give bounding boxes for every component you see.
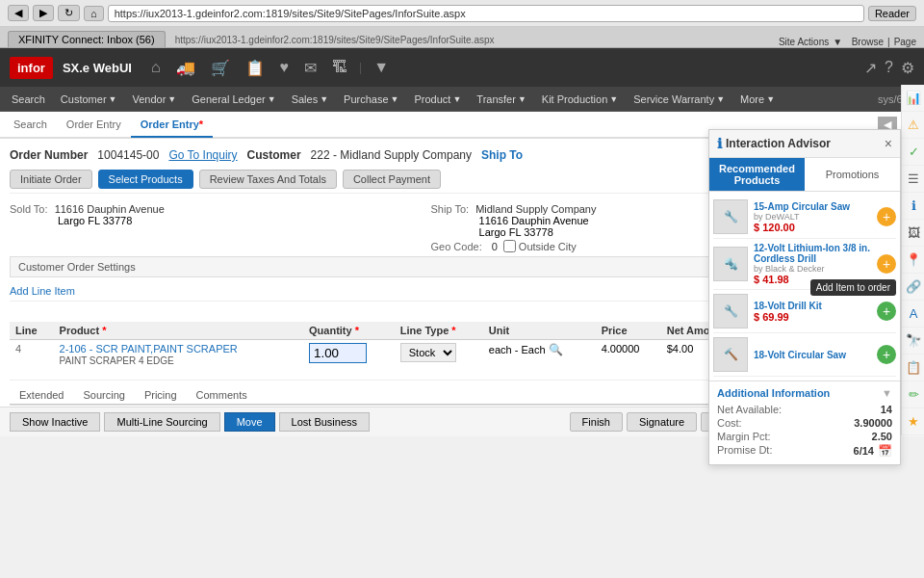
collect-payment-btn[interactable]: Collect Payment — [343, 170, 441, 189]
reader-btn[interactable]: Reader — [868, 6, 916, 21]
quantity-input[interactable] — [309, 343, 367, 363]
nav-sales[interactable]: Sales▼ — [284, 87, 336, 111]
sec-nav-order-entry-2[interactable]: Order Entry * — [131, 113, 213, 138]
nav-kit-production[interactable]: Kit Production▼ — [534, 87, 626, 111]
unit-search-btn[interactable]: 🔍 — [549, 343, 563, 356]
side-edit-icon[interactable]: ✏ — [902, 381, 924, 408]
product-name-3[interactable]: 18-Volt Drill Kit — [754, 301, 871, 311]
side-chart-icon[interactable]: 📊 — [902, 85, 924, 112]
app-title: SX.e WebUI — [63, 61, 132, 75]
ship-to-state: FL — [509, 226, 521, 238]
clipboard-icon[interactable]: 📋 — [242, 55, 269, 81]
share-icon[interactable]: ↗ — [864, 59, 877, 77]
side-list-icon[interactable]: ☰ — [902, 166, 924, 193]
product-img-4: 🔨 — [713, 337, 748, 372]
customer-label: Customer — [247, 148, 301, 162]
home-icon[interactable]: ⌂ — [147, 55, 165, 80]
side-info-icon[interactable]: ℹ — [902, 193, 924, 220]
advisor-expand-btn[interactable]: ▼ — [882, 387, 892, 399]
advisor-close-btn[interactable]: × — [885, 136, 892, 151]
row-product: 2-106 - SCR PAINT,PAINT SCRAPER PAINT SC… — [54, 340, 303, 381]
calendar-icon[interactable]: 📅 — [878, 444, 892, 458]
advisor-title: ℹ Interaction Advisor — [717, 136, 831, 151]
multi-line-btn[interactable]: Multi-Line Sourcing — [104, 412, 219, 432]
side-star-icon[interactable]: ★ — [902, 408, 924, 435]
mail-icon[interactable]: ✉ — [300, 55, 321, 81]
side-doc-icon[interactable]: A — [902, 301, 924, 328]
advisor-tab-recommended[interactable]: Recommended Products — [709, 158, 805, 191]
side-binoculars-icon[interactable]: 🔭 — [902, 328, 924, 355]
product-img-3: 🔧 — [713, 294, 748, 328]
order-number-value: 1004145-00 — [97, 148, 159, 162]
tab-comments[interactable]: Comments — [187, 386, 257, 404]
sold-to-address1: 11616 Dauphin Avenue — [55, 203, 165, 215]
col-line-type: Line Type * — [395, 322, 483, 340]
product-brand-2: by Black & Decker — [754, 264, 871, 274]
side-location-icon[interactable]: 📍 — [902, 247, 924, 274]
delivery-icon[interactable]: 🏗 — [328, 55, 351, 80]
product-img-1: 🔧 — [713, 199, 748, 234]
product-code[interactable]: 2-106 - SCR PAINT,PAINT SCRAPER — [60, 343, 238, 355]
address-bar-secondary[interactable]: https://iux2013-1.gdeinfor2.com:1819/sit… — [167, 35, 777, 47]
ship-to-label[interactable]: Ship To — [481, 148, 523, 162]
home-btn[interactable]: ⌂ — [84, 6, 104, 21]
url-bar[interactable]: https://iux2013-1.gdeinfor2.com:1819/sit… — [108, 5, 864, 22]
line-type-select[interactable]: Stock — [400, 343, 456, 362]
tab-extended[interactable]: Extended — [10, 386, 73, 404]
product-desc: PAINT SCRAPER 4 EDGE — [60, 355, 174, 366]
side-warning-icon[interactable]: ⚠ — [902, 112, 924, 139]
signature-btn[interactable]: Signature — [627, 412, 697, 432]
product-add-btn-2[interactable]: + — [877, 254, 896, 274]
initiate-order-btn[interactable]: Initiate Order — [10, 170, 92, 189]
nav-transfer[interactable]: Transfer▼ — [469, 87, 533, 111]
nav-more[interactable]: More▼ — [732, 87, 783, 111]
cart-icon[interactable]: 🛒 — [207, 55, 234, 81]
sec-nav-order-entry-1[interactable]: Order Entry — [57, 113, 131, 138]
sold-to-city: Largo — [58, 215, 85, 226]
side-link-icon[interactable]: 🔗 — [902, 274, 924, 301]
advisor-tabs: Recommended Products Promotions — [709, 158, 900, 192]
forward-btn[interactable]: ▶ — [33, 5, 54, 21]
go-to-inquiry-link[interactable]: Go To Inquiry — [168, 148, 237, 162]
side-check-icon[interactable]: ✓ — [902, 139, 924, 166]
product-add-btn-1[interactable]: + — [877, 207, 896, 226]
nav-general-ledger[interactable]: General Ledger▼ — [184, 87, 283, 111]
tab-pricing[interactable]: Pricing — [135, 386, 187, 404]
refresh-btn[interactable]: ↻ — [58, 5, 80, 21]
truck-icon[interactable]: 🚚 — [172, 55, 199, 81]
review-taxes-btn[interactable]: Review Taxes And Totals — [199, 170, 337, 189]
heart-icon[interactable]: ♥ — [276, 55, 294, 80]
help-icon[interactable]: ? — [885, 59, 893, 76]
product-brand-1: by DeWALT — [754, 212, 871, 222]
advisor-additional: Additional Information ▼ Net Available: … — [709, 381, 900, 464]
nav-product[interactable]: Product▼ — [407, 87, 470, 111]
advisor-margin-pct: Margin Pct: 2.50 — [717, 430, 892, 443]
product-add-btn-3[interactable]: + — [877, 302, 896, 321]
finish-btn[interactable]: Finish — [570, 412, 623, 432]
tab-xfinity[interactable]: XFINITY Connect: Inbox (56) — [8, 31, 166, 47]
settings-icon[interactable]: ⚙ — [901, 59, 914, 77]
tab-sourcing[interactable]: Sourcing — [73, 386, 134, 404]
nav-search[interactable]: Search — [4, 93, 53, 105]
show-inactive-btn[interactable]: Show Inactive — [10, 412, 100, 432]
advisor-tab-promotions[interactable]: Promotions — [805, 158, 900, 191]
product-name-4[interactable]: 18-Volt Circular Saw — [754, 350, 871, 360]
side-panel-icons: 📊 ⚠ ✓ ☰ ℹ 🖼 📍 🔗 A 🔭 📋 ✏ ★ — [901, 85, 924, 435]
side-image-icon[interactable]: 🖼 — [902, 220, 924, 247]
product-add-btn-4[interactable]: + — [877, 345, 896, 364]
nav-purchase[interactable]: Purchase▼ — [336, 87, 406, 111]
product-name-1[interactable]: 15-Amp Circular Saw — [754, 201, 871, 212]
nav-service-warranty[interactable]: Service Warranty▼ — [626, 87, 732, 111]
select-products-btn[interactable]: Select Products — [98, 170, 193, 189]
outside-city-checkbox[interactable] — [503, 240, 516, 252]
lost-business-btn[interactable]: Lost Business — [279, 412, 370, 432]
back-btn[interactable]: ◀ — [8, 5, 29, 21]
sec-nav-search[interactable]: Search — [4, 113, 57, 138]
side-list2-icon[interactable]: 📋 — [902, 355, 924, 381]
nav-customer[interactable]: Customer▼ — [53, 87, 125, 111]
move-btn[interactable]: Move — [224, 412, 275, 432]
infor-logo[interactable]: infor — [10, 57, 53, 79]
product-name-2[interactable]: 12-Volt Lithium-Ion 3/8 in. Cordless Dri… — [754, 243, 871, 264]
nav-vendor[interactable]: Vendor▼ — [124, 87, 184, 111]
dropdown-icon[interactable]: ▼ — [370, 55, 393, 80]
